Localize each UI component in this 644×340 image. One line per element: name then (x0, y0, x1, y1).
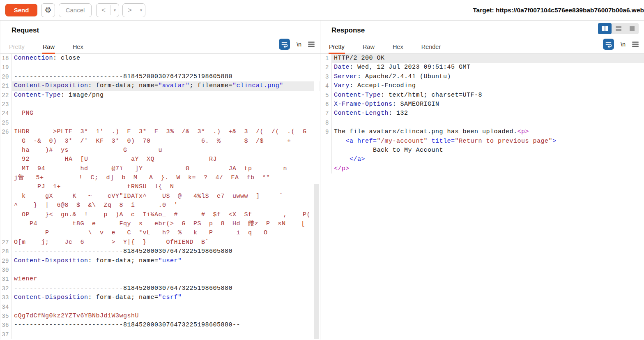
line-number: 27 (0, 238, 12, 247)
line-number: 37 (0, 330, 12, 339)
response-panel-header: Response PrettyRawHexRender (320, 21, 644, 54)
line-number (0, 220, 12, 229)
code-line: 8 (320, 118, 644, 127)
line-number: 2 (320, 63, 332, 72)
line-content: Server: Apache/2.4.41 (Ubuntu) (332, 72, 644, 81)
tab-pretty[interactable]: Pretty (329, 44, 345, 54)
line-content: Content-Type: image/png (12, 91, 320, 100)
line-number: 7 (320, 109, 332, 118)
code-line: ^ } | 6@8 $ &\ Zq 8 i .0 ' (0, 201, 320, 210)
request-header-icons: \n (279, 39, 315, 50)
line-content (12, 330, 320, 339)
line-number (0, 164, 12, 173)
show-newlines-toggle[interactable]: \n (297, 41, 301, 48)
code-line: <a href="/my-account" title="Return to p… (320, 137, 644, 146)
line-number (0, 229, 12, 238)
line-content: ----------------------------818452000307… (12, 284, 320, 293)
layout-columns-button[interactable] (598, 23, 612, 34)
tab-render[interactable]: Render (421, 44, 442, 54)
response-code: 1HTTP/2 200 OK2Date: Wed, 12 Jul 2023 09… (320, 54, 644, 173)
target-url: Target: https://0a7f007104c576ee839bab76… (473, 7, 644, 14)
line-number: 5 (320, 91, 332, 100)
response-header-icons: \n (603, 39, 639, 50)
line-number: 23 (0, 100, 12, 109)
line-number: 22 (0, 91, 12, 100)
line-content (12, 303, 320, 312)
code-line: 30 (0, 266, 320, 275)
code-line: 33Content-Disposition: form-data; name="… (0, 293, 320, 302)
show-newlines-toggle[interactable]: \n (621, 41, 626, 48)
response-editor[interactable]: 1HTTP/2 200 OK2Date: Wed, 12 Jul 2023 09… (320, 54, 644, 339)
code-line: 28----------------------------8184520003… (0, 247, 320, 256)
code-line: 19 (0, 63, 320, 72)
cancel-button[interactable]: Cancel (59, 3, 92, 17)
code-line: 37 (0, 330, 320, 339)
line-content: Content-Disposition: form-data; name="av… (12, 81, 320, 90)
tab-raw[interactable]: Raw (42, 44, 55, 54)
line-content (12, 266, 320, 275)
line-number: 28 (0, 247, 12, 256)
code-line: 6X-Frame-Options: SAMEORIGIN (320, 100, 644, 109)
line-content: ----------------------------818452000307… (12, 72, 320, 81)
request-scrollbar[interactable] (314, 54, 320, 339)
tab-pretty[interactable]: Pretty (9, 44, 25, 54)
code-line: 18Connection: close (0, 54, 320, 63)
code-line: 2Date: Wed, 12 Jul 2023 09:51:45 GMT (320, 63, 644, 72)
editor-menu-button[interactable] (308, 42, 315, 47)
word-wrap-toggle-button[interactable] (603, 39, 614, 50)
line-number: 6 (320, 100, 332, 109)
line-number (320, 155, 332, 164)
code-line: 31wiener (0, 275, 320, 284)
line-number: 36 (0, 321, 12, 330)
code-line: 21Content-Disposition: form-data; name="… (0, 81, 320, 90)
code-line: 4Vary: Accept-Encoding (320, 81, 644, 90)
forward-dropdown-caret-icon[interactable]: ▾ (137, 4, 145, 17)
forward-button[interactable]: > ▾ (122, 3, 145, 17)
code-line: Back to My Account (320, 146, 644, 155)
line-content: Back to My Account (332, 146, 644, 155)
response-tabs: PrettyRawHexRender (329, 44, 458, 54)
request-editor[interactable]: 18Connection: close1920-----------------… (0, 54, 320, 339)
code-line: 22Content-Type: image/png (0, 91, 320, 100)
line-content: wiener (12, 275, 320, 284)
line-content: cQg7dCfNg0kz2YZTv6YBNbJd1W3wgshU (12, 312, 320, 321)
single-pane-icon (630, 26, 635, 31)
repeater-split-view: Request PrettyRawHex \n (0, 21, 644, 340)
code-line: </p> (320, 164, 644, 173)
code-line: 20----------------------------8184520003… (0, 72, 320, 81)
send-button[interactable]: Send (5, 4, 37, 16)
line-number (320, 137, 332, 146)
line-content (12, 63, 320, 72)
line-number (0, 146, 12, 155)
line-content: Date: Wed, 12 Jul 2023 09:51:45 GMT (332, 63, 644, 72)
line-number: 20 (0, 72, 12, 81)
line-content: PNG (12, 109, 320, 118)
line-number (0, 183, 12, 192)
code-line: k gX K ~ cVY″IDATx^ US @ 4%lS e7 uwww ] … (0, 192, 320, 201)
layout-single-button[interactable] (625, 23, 639, 34)
request-scrollbar-thumb[interactable] (314, 184, 319, 339)
code-line: </a> (320, 155, 644, 164)
code-line: PJ 1+ tRNSU l{ N (0, 183, 320, 192)
code-line: MI 94 hd @7ï ]Y Θ JA tp n (0, 164, 320, 173)
tab-hex[interactable]: Hex (392, 44, 404, 54)
line-number: 8 (320, 118, 332, 127)
tab-raw[interactable]: Raw (362, 44, 375, 54)
line-content: G -& 0) 3* /' KF 3* 0) 70 6. % $ /$ + (12, 137, 320, 146)
word-wrap-icon (605, 41, 612, 48)
word-wrap-toggle-button[interactable] (279, 39, 290, 50)
rows-icon (616, 26, 621, 31)
line-number (0, 192, 12, 201)
editor-menu-button[interactable] (632, 42, 639, 47)
line-content: <a href="/my-account" title="Return to p… (332, 137, 644, 146)
line-number: 19 (0, 63, 12, 72)
line-content: Content-Type: text/html; charset=UTF-8 (332, 91, 644, 100)
line-content: </a> (332, 155, 644, 164)
send-settings-button[interactable]: ⚙ (41, 3, 55, 17)
layout-rows-button[interactable] (612, 23, 625, 34)
tab-hex[interactable]: Hex (72, 44, 84, 54)
back-dropdown-caret-icon[interactable]: ▾ (111, 4, 119, 17)
line-content: HTTP/2 200 OK (332, 54, 644, 63)
code-line: 5Content-Type: text/html; charset=UTF-8 (320, 91, 644, 100)
back-button[interactable]: < ▾ (96, 3, 119, 17)
